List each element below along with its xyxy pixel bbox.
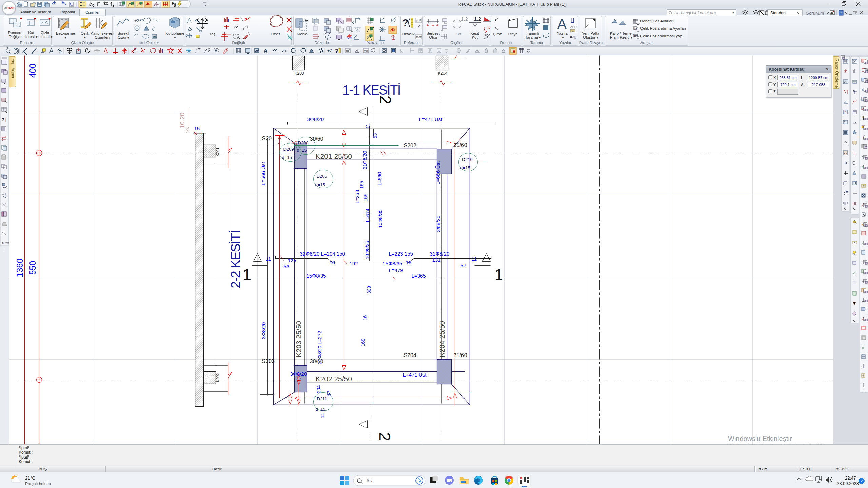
- svg-text:2: 2: [376, 432, 394, 441]
- svg-text:d=15: d=15: [460, 165, 470, 170]
- svg-text:35/60: 35/60: [454, 352, 467, 358]
- svg-text:S203: S203: [262, 358, 275, 364]
- svg-text:16: 16: [330, 260, 335, 265]
- svg-text:?: ?: [357, 49, 358, 52]
- svg-text:Görünüm: Görünüm: [806, 11, 824, 16]
- svg-text:31Φ8/20: 31Φ8/20: [430, 251, 450, 257]
- svg-text:15Φ8/35: 15Φ8/35: [383, 261, 402, 266]
- svg-text:mm²: mm²: [364, 49, 369, 53]
- svg-text:ABC: ABC: [570, 25, 577, 29]
- svg-text:21Φ8/20: 21Φ8/20: [362, 151, 368, 169]
- svg-text:2-2 KESİTİ: 2-2 KESİTİ: [229, 230, 243, 288]
- svg-text:10Φ8/35: 10Φ8/35: [378, 209, 383, 228]
- svg-text:22:47: 22:47: [845, 475, 856, 481]
- svg-text:S204: S204: [404, 352, 416, 358]
- svg-text:K202: K202: [216, 373, 220, 382]
- svg-text:K201: K201: [216, 148, 220, 157]
- svg-text:D210: D210: [462, 157, 473, 162]
- svg-text:10.20: 10.20: [179, 113, 186, 129]
- svg-text:16: 16: [406, 260, 412, 265]
- svg-text:550: 550: [28, 261, 37, 275]
- svg-text:R: R: [488, 26, 490, 30]
- svg-text:K203: K203: [295, 71, 304, 76]
- svg-text:1-1 KESİTİ: 1-1 KESİTİ: [342, 83, 400, 97]
- svg-text:L=471 Üst: L=471 Üst: [403, 372, 427, 378]
- svg-text:15: 15: [194, 126, 200, 131]
- svg-text:53: 53: [284, 264, 290, 269]
- svg-text:D208: D208: [298, 140, 309, 145]
- svg-text:Ara: Ara: [366, 478, 374, 483]
- svg-text:169: 169: [363, 194, 368, 202]
- svg-text:L=263: L=263: [355, 190, 360, 204]
- svg-text:Standart: Standart: [770, 11, 786, 15]
- svg-text:K204 25/50: K204 25/50: [438, 321, 446, 357]
- svg-text:192: 192: [350, 261, 358, 266]
- svg-text:L=560: L=560: [377, 172, 382, 186]
- svg-text:S201: S201: [262, 136, 275, 141]
- svg-text:35/60: 35/60: [454, 142, 467, 148]
- svg-text:1360: 1360: [15, 259, 24, 278]
- svg-text:2: 2: [419, 25, 421, 28]
- svg-text:L=479: L=479: [389, 267, 403, 273]
- svg-text:m²: m²: [416, 18, 421, 22]
- svg-text:3Φ8/20: 3Φ8/20: [307, 116, 324, 122]
- svg-text:2: 2: [377, 96, 394, 104]
- svg-text:23.09.2023: 23.09.2023: [837, 481, 859, 486]
- svg-text:32Φ8/20 L=204 150: 32Φ8/20 L=204 150: [300, 251, 345, 257]
- svg-text:11: 11: [266, 256, 271, 262]
- svg-text:L=223 155: L=223 155: [389, 251, 413, 257]
- svg-text:204: 204: [316, 385, 321, 393]
- svg-text:L=365: L=365: [412, 273, 426, 279]
- svg-text:15Φ8/35: 15Φ8/35: [307, 273, 326, 279]
- svg-text:A: A: [557, 17, 567, 32]
- svg-text:d=15: d=15: [297, 148, 307, 153]
- svg-text:131: 131: [432, 257, 441, 263]
- svg-text:309: 309: [366, 286, 372, 294]
- svg-text:II: II: [571, 17, 574, 23]
- svg-text:K202 25/50: K202 25/50: [316, 375, 352, 383]
- svg-text:165: 165: [359, 181, 364, 189]
- svg-text:S: S: [174, 4, 176, 7]
- svg-text:125: 125: [288, 258, 296, 263]
- svg-text:30/60: 30/60: [310, 359, 323, 364]
- svg-text:30/60: 30/60: [310, 136, 323, 142]
- svg-text:1: 1: [495, 266, 504, 283]
- svg-text:1.2: 1.2: [461, 16, 468, 22]
- svg-text:K203 25/50: K203 25/50: [295, 321, 302, 357]
- svg-text:57: 57: [326, 391, 332, 396]
- svg-text:d=15: d=15: [282, 155, 292, 160]
- svg-text:1.2: 1.2: [474, 16, 481, 22]
- svg-text:+2: +2: [327, 48, 332, 53]
- svg-text:10Φ8/35: 10Φ8/35: [364, 241, 370, 259]
- svg-text:S202: S202: [404, 143, 416, 148]
- svg-text:A: A: [264, 48, 267, 54]
- svg-text:m²: m²: [346, 49, 350, 53]
- svg-text:3Φ8/20: 3Φ8/20: [290, 371, 307, 377]
- svg-text:11: 11: [320, 413, 325, 418]
- svg-text:?: ?: [840, 11, 842, 15]
- svg-text:mm²: mm²: [416, 35, 422, 39]
- svg-text:D206: D206: [317, 174, 327, 179]
- svg-text:d=15: d=15: [316, 407, 326, 412]
- svg-text:A3▯: A3▯: [570, 35, 576, 39]
- svg-text:169: 169: [360, 339, 366, 347]
- svg-text:+2↶: +2↶: [134, 18, 143, 23]
- svg-text:Parçalı bulutlu: Parçalı bulutlu: [25, 482, 51, 486]
- svg-text:d=15: d=15: [315, 182, 325, 187]
- svg-text:1: 1: [243, 266, 252, 283]
- svg-text:L=666 Üst: L=666 Üst: [260, 162, 266, 185]
- svg-text:3Φ8/20: 3Φ8/20: [435, 216, 441, 232]
- svg-text:K204: K204: [438, 71, 448, 76]
- svg-text:400: 400: [28, 64, 37, 78]
- svg-text:3R: 3R: [429, 50, 431, 53]
- svg-text:L=674: L=674: [365, 209, 370, 222]
- svg-text:21°C: 21°C: [25, 475, 35, 481]
- svg-text:53: 53: [372, 133, 378, 139]
- svg-text:L=471 Üst: L=471 Üst: [419, 116, 443, 122]
- svg-text:L=666 Üst: L=666 Üst: [435, 161, 441, 185]
- svg-text:11: 11: [365, 124, 370, 129]
- svg-text:D211: D211: [317, 396, 327, 401]
- svg-text:57: 57: [461, 263, 467, 268]
- svg-text:K201 25/50: K201 25/50: [316, 152, 352, 160]
- svg-text:2: 2: [861, 479, 863, 483]
